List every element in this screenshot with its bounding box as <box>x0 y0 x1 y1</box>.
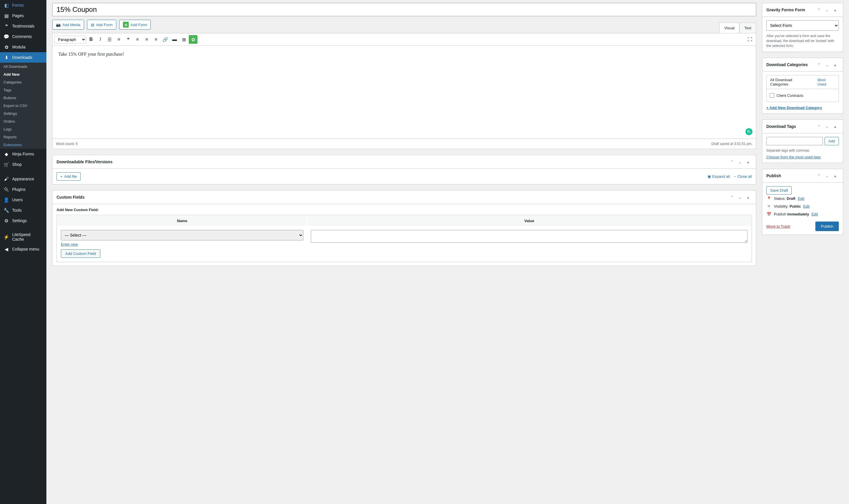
sidebar-item-collapse[interactable]: ◀ Collapse menu <box>0 244 47 254</box>
panel-up-icon[interactable]: ⌃ <box>728 194 736 201</box>
edit-visibility-link[interactable]: Edit <box>803 204 810 209</box>
editor-body[interactable]: Take 15% OFF your first purchase! G <box>53 46 756 139</box>
sidebar-item-downloads[interactable]: ⬇ Downloads <box>0 52 47 62</box>
panel-down-icon[interactable]: ⌄ <box>823 61 831 69</box>
submenu-add-new[interactable]: Add New <box>0 70 47 78</box>
tag-input[interactable] <box>766 137 823 145</box>
bold-button[interactable]: B <box>87 35 95 44</box>
add-form-button-2[interactable]: ⊕ Add Form <box>119 20 151 30</box>
submenu-all-downloads[interactable]: All Downloads <box>0 62 47 70</box>
italic-button[interactable]: I <box>96 35 105 44</box>
panel-up-icon[interactable]: ⌃ <box>815 172 823 180</box>
expand-all-link[interactable]: ▣ Expand all <box>707 174 730 179</box>
edit-publish-date-link[interactable]: Edit <box>811 212 818 216</box>
gravity-form-select[interactable]: Select Form <box>766 20 839 31</box>
cf-value-textarea[interactable] <box>311 230 747 243</box>
panel-up-icon[interactable]: ⌃ <box>815 123 823 130</box>
cat-tab-all[interactable]: All Download Categories <box>767 75 814 89</box>
panel-toggle-icon[interactable]: ▴ <box>744 194 752 201</box>
submenu-logs[interactable]: Logs <box>0 125 47 133</box>
submenu-buttons[interactable]: Buttons <box>0 94 47 102</box>
tab-text[interactable]: Text <box>739 23 756 33</box>
submenu-export-csv[interactable]: Export to CSV <box>0 102 47 110</box>
sidebar-item-appearance[interactable]: 🖌 Appearance <box>0 174 47 184</box>
toolbar-toggle-button[interactable]: ⊞ <box>180 35 188 44</box>
choose-tags-link[interactable]: Choose from the most used tags <box>766 155 821 159</box>
submenu-categories[interactable]: Categories <box>0 78 47 86</box>
panel-up-icon[interactable]: ⌃ <box>728 158 736 166</box>
submenu-orders[interactable]: Orders <box>0 118 47 125</box>
save-draft-button[interactable]: Save Draft <box>766 186 792 195</box>
users-icon: 👤 <box>3 197 9 203</box>
sidebar-item-shop[interactable]: 🛒 Shop <box>0 159 47 170</box>
panel-toggle-icon[interactable]: ▴ <box>831 172 839 180</box>
sidebar-label: Forms <box>12 3 24 7</box>
link-button[interactable]: 🔗 <box>161 35 169 44</box>
submenu-extensions[interactable]: Extensions <box>0 141 47 149</box>
bullet-list-button[interactable]: ☰ <box>105 35 114 44</box>
sidebar-item-ninja-forms[interactable]: ◆ Ninja Forms <box>0 149 47 159</box>
panel-up-icon[interactable]: ⌃ <box>815 6 823 14</box>
downloadable-title: Downloadable Files/Versions <box>56 160 112 164</box>
submenu-reports[interactable]: Reports <box>0 133 47 141</box>
pin-icon: 📍 <box>766 196 772 201</box>
panel-down-icon[interactable]: ⌄ <box>823 6 831 14</box>
add-tag-button[interactable]: Add <box>825 137 839 145</box>
align-right-button[interactable]: ≡ <box>152 35 160 44</box>
cf-name-select[interactable]: — Select — <box>61 230 303 240</box>
add-custom-field-button[interactable]: Add Custom Field <box>61 249 100 258</box>
submenu-settings[interactable]: Settings <box>0 110 47 118</box>
appearance-icon: 🖌 <box>3 176 9 182</box>
extra-button[interactable]: ✿ <box>189 35 197 44</box>
add-form-button-1[interactable]: ▤ Add Form <box>87 20 116 30</box>
close-all-link[interactable]: − Close all <box>734 174 752 179</box>
add-file-button[interactable]: + Add file <box>56 172 80 181</box>
sidebar-item-tools[interactable]: 🔧 Tools <box>0 205 47 215</box>
add-media-button[interactable]: 📷 Add Media <box>52 20 84 30</box>
custom-fields-title: Custom Fields <box>56 195 84 199</box>
panel-down-icon[interactable]: ⌄ <box>736 158 744 166</box>
grammarly-icon[interactable]: G <box>745 128 753 135</box>
panel-toggle-icon[interactable]: ▴ <box>831 6 839 14</box>
format-select[interactable]: Paragraph <box>54 36 86 43</box>
gravity-icon: ⊕ <box>123 22 129 28</box>
sidebar-label: Testimonials <box>12 24 35 29</box>
sidebar-item-forms[interactable]: ◧ Forms <box>0 0 47 11</box>
enter-new-link[interactable]: Enter new <box>61 242 78 247</box>
sidebar-item-pages[interactable]: ▤ Pages <box>0 11 47 21</box>
panel-up-icon[interactable]: ⌃ <box>815 61 823 69</box>
numbered-list-button[interactable]: ≡ <box>114 35 123 44</box>
sidebar-item-modula[interactable]: ✿ Modula <box>0 42 47 52</box>
align-center-button[interactable]: ≡ <box>142 35 151 44</box>
panel-down-icon[interactable]: ⌄ <box>823 172 831 180</box>
sidebar-label: LiteSpeed Cache <box>12 232 43 241</box>
tab-visual[interactable]: Visual <box>719 23 739 33</box>
align-left-button[interactable]: ≡ <box>133 35 142 44</box>
cat-checkbox-client-contracts[interactable] <box>770 93 774 98</box>
sidebar-item-settings[interactable]: ⚙ Settings <box>0 215 47 226</box>
cf-col-name: Name <box>57 216 307 226</box>
sidebar-item-testimonials[interactable]: ❝ Testimonials <box>0 21 47 31</box>
panel-toggle-icon[interactable]: ▴ <box>831 61 839 69</box>
move-to-trash-link[interactable]: Move to Trash <box>766 224 790 229</box>
form-icon: ▤ <box>91 23 94 27</box>
panel-down-icon[interactable]: ⌄ <box>736 194 744 201</box>
downloadable-files-panel: Downloadable Files/Versions ⌃ ⌄ ▴ + Add … <box>52 155 756 184</box>
sidebar-item-comments[interactable]: 💬 Comments <box>0 31 47 42</box>
sidebar-item-plugins[interactable]: 🔌 Plugins <box>0 184 47 195</box>
publish-button[interactable]: Publish <box>815 221 839 231</box>
submenu-tags[interactable]: Tags <box>0 86 47 94</box>
cat-tab-most-used[interactable]: Most Used <box>814 75 838 89</box>
edit-status-link[interactable]: Edit <box>798 196 804 201</box>
sidebar-item-litespeed[interactable]: ⚡ LiteSpeed Cache <box>0 230 47 244</box>
add-new-category-link[interactable]: + Add New Download Category <box>766 106 822 110</box>
panel-toggle-icon[interactable]: ▴ <box>744 158 752 166</box>
plus-icon: + <box>60 174 62 179</box>
title-input[interactable] <box>52 3 756 16</box>
quote-button[interactable]: ❝ <box>124 35 132 44</box>
sidebar-item-users[interactable]: 👤 Users <box>0 195 47 205</box>
more-button[interactable]: ▬ <box>170 35 179 44</box>
panel-toggle-icon[interactable]: ▴ <box>831 123 839 130</box>
fullscreen-button[interactable]: ⛶ <box>745 35 754 44</box>
panel-down-icon[interactable]: ⌄ <box>823 123 831 130</box>
